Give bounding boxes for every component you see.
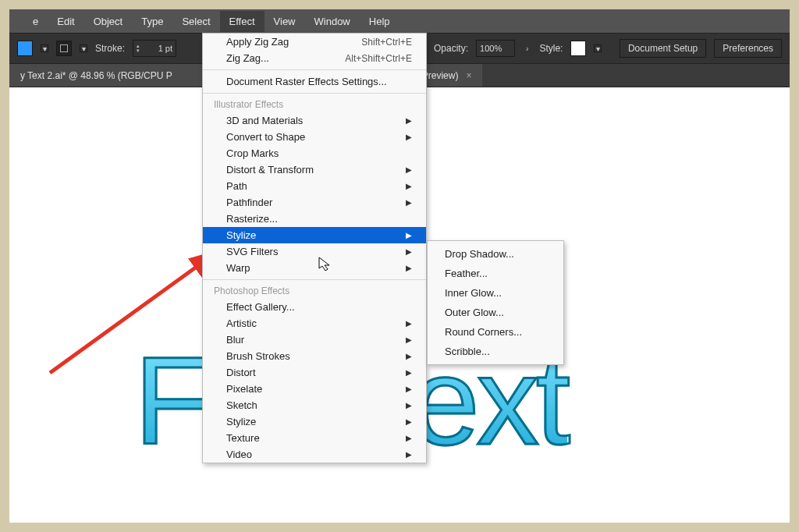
menu-separator xyxy=(203,279,426,280)
tab-title-left: y Text 2.ai* @ 48.96 % (RGB/CPU P xyxy=(20,70,172,81)
submenu-item-inner-glow[interactable]: Inner Glow... xyxy=(428,283,563,303)
submenu-item-round-corners[interactable]: Round Corners... xyxy=(428,322,563,342)
stroke-dropdown[interactable]: ▾ xyxy=(80,44,87,52)
opacity-flyout[interactable]: › xyxy=(523,44,531,53)
menu-separator xyxy=(203,93,426,94)
style-dropdown[interactable]: ▾ xyxy=(594,44,602,52)
submenu-item-outer-glow[interactable]: Outer Glow... xyxy=(428,303,563,322)
graphic-style-swatch[interactable] xyxy=(570,41,586,56)
menu-item-stylize[interactable]: Stylize▶ xyxy=(203,227,426,243)
menu-view[interactable]: View xyxy=(265,11,305,32)
menu-type[interactable]: Type xyxy=(132,11,172,32)
stepper-icon[interactable]: ▴▾ xyxy=(137,44,140,53)
menu-item-svg-filters[interactable]: SVG Filters▶ xyxy=(203,243,426,260)
menu-item-pixelate[interactable]: Pixelate▶ xyxy=(203,381,426,397)
style-label: Style: xyxy=(539,43,563,54)
menu-item-sketch[interactable]: Sketch▶ xyxy=(203,397,426,413)
preferences-button[interactable]: Preferences xyxy=(714,39,782,58)
menu-item-effect-gallery[interactable]: Effect Gallery... xyxy=(203,299,426,315)
menubar: eEditObjectTypeSelectEffectViewWindowHel… xyxy=(9,9,790,33)
stroke-color-swatch[interactable] xyxy=(56,41,72,56)
menu-item-path[interactable]: Path▶ xyxy=(203,178,426,194)
menu-help[interactable]: Help xyxy=(360,11,400,32)
submenu-item-drop-shadow[interactable]: Drop Shadow... xyxy=(428,244,563,264)
menu-item-distort[interactable]: Distort▶ xyxy=(203,364,426,381)
menu-item-blur[interactable]: Blur▶ xyxy=(203,332,426,348)
menu-item-distort-transform[interactable]: Distort & Transform▶ xyxy=(203,161,426,178)
menu-item-convert-to-shape[interactable]: Convert to Shape▶ xyxy=(203,129,426,145)
menu-select[interactable]: Select xyxy=(172,11,219,32)
menu-effect[interactable]: Effect xyxy=(220,11,265,32)
submenu-item-scribble[interactable]: Scribble... xyxy=(428,342,563,361)
stylize-submenu: Drop Shadow...Feather...Inner Glow...Out… xyxy=(427,240,564,365)
menu-item-warp[interactable]: Warp▶ xyxy=(203,260,426,276)
menu-item-texture[interactable]: Texture▶ xyxy=(203,430,426,446)
effect-menu-dropdown: Apply Zig ZagShift+Ctrl+EZig Zag...Alt+S… xyxy=(202,33,427,463)
menu-item-zig-zag[interactable]: Zig Zag...Alt+Shift+Ctrl+E xyxy=(203,50,426,66)
menu-item-crop-marks[interactable]: Crop Marks xyxy=(203,145,426,161)
submenu-item-feather[interactable]: Feather... xyxy=(428,264,563,283)
menu-edit[interactable]: Edit xyxy=(48,11,83,32)
stroke-label: Stroke: xyxy=(95,43,125,54)
stroke-width-value: 1 pt xyxy=(158,44,172,53)
menu-separator xyxy=(203,69,426,70)
menu-section-header: Illustrator Effects xyxy=(203,97,426,112)
stroke-width-input[interactable]: ▴▾ 1 pt xyxy=(133,40,176,57)
menu-section-header: Photoshop Effects xyxy=(203,283,426,299)
menu-e[interactable]: e xyxy=(23,11,48,32)
document-setup-button[interactable]: Document Setup xyxy=(620,39,706,58)
menu-item-rasterize[interactable]: Rasterize... xyxy=(203,211,426,227)
menu-item-3d-and-materials[interactable]: 3D and Materials▶ xyxy=(203,112,426,129)
opacity-input[interactable]: 100% xyxy=(476,40,515,57)
menu-item-artistic[interactable]: Artistic▶ xyxy=(203,315,426,332)
menu-item-video[interactable]: Video▶ xyxy=(203,446,426,463)
menu-item-document-raster-effects-settings[interactable]: Document Raster Effects Settings... xyxy=(203,73,426,90)
opacity-label: Opacity: xyxy=(434,43,468,54)
menu-window[interactable]: Window xyxy=(305,11,360,32)
close-tab-icon[interactable]: × xyxy=(466,70,471,81)
fill-color-swatch[interactable] xyxy=(17,41,33,56)
fill-dropdown[interactable]: ▾ xyxy=(41,44,48,52)
menu-object[interactable]: Object xyxy=(84,11,133,32)
menu-item-apply-zig-zag[interactable]: Apply Zig ZagShift+Ctrl+E xyxy=(203,34,426,50)
menu-item-brush-strokes[interactable]: Brush Strokes▶ xyxy=(203,348,426,364)
menu-item-pathfinder[interactable]: Pathfinder▶ xyxy=(203,194,426,211)
menu-item-stylize[interactable]: Stylize▶ xyxy=(203,413,426,430)
